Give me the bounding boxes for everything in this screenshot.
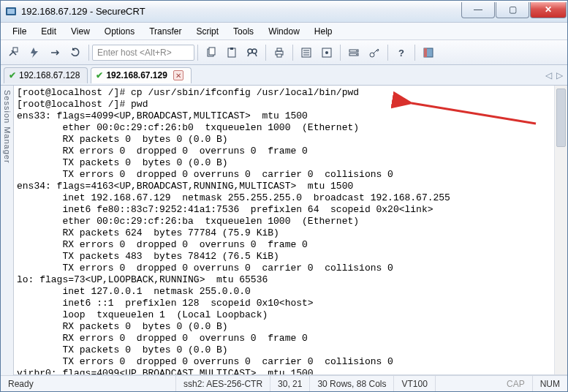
host-placeholder: Enter host <Alt+R> [97,48,172,58]
minimize-button[interactable]: — [461,2,495,18]
terminal-line: inet 192.168.67.129 netmask 255.255.255.… [17,192,564,204]
menu-help[interactable]: Help [307,25,340,38]
terminal-line: inet6 ::1 prefixlen 128 scopeid 0x10<hos… [17,298,564,309]
sftp-icon[interactable] [345,44,363,61]
menu-view[interactable]: View [64,25,97,38]
annotation-arrow [363,88,539,145]
terminal-line: TX errors 0 dropped 0 overruns 0 carrier… [17,263,564,274]
svg-rect-13 [277,54,281,57]
connect-icon[interactable] [5,44,23,61]
menu-edit[interactable]: Edit [34,25,64,38]
status-cipher: ssh2: AES-256-CTR [176,376,270,391]
menu-window[interactable]: Window [261,25,307,38]
paste-icon[interactable] [223,44,241,61]
svg-rect-12 [277,48,281,51]
quick-connect-icon[interactable] [26,44,43,61]
status-size: 30 Rows, 88 Cols [310,376,394,391]
svg-line-9 [248,53,249,56]
properties-icon[interactable] [298,44,315,61]
close-button[interactable]: ✕ [530,2,567,18]
svg-rect-6 [230,48,233,50]
terminal-line: virbr0: flags=4099<UP,BROADCAST,MULTICAS… [17,368,564,375]
terminal-line: loop txqueuelen 1 (Local Loopback) [17,309,564,321]
tab-label: 192.168.67.128 [19,70,80,80]
terminal-line: lo: flags=73<UP,LOOPBACK,RUNNING> mtu 65… [17,274,564,286]
host-input[interactable]: Enter host <Alt+R> [92,45,194,61]
terminal-line: TX packets 0 bytes 0 (0.0 B) [17,157,564,169]
menu-tools[interactable]: Tools [226,25,261,38]
tab-session-1[interactable]: ✔ 192.168.67.129 ✕ [91,67,191,83]
svg-point-8 [252,49,257,53]
session-options-icon[interactable] [318,44,336,61]
menu-options[interactable]: Options [97,25,142,38]
copy-icon[interactable] [202,44,220,61]
connect-bar-icon[interactable] [46,44,64,61]
status-cap: CAP [499,376,533,391]
status-cursor: 30, 21 [270,376,310,391]
svg-line-10 [255,53,257,56]
keymap-icon[interactable] [366,44,383,61]
terminal-line: inet6 fe80::83c7:9252:41a1:7536 prefixle… [17,204,564,216]
svg-rect-27 [424,48,427,57]
svg-point-22 [356,50,357,51]
svg-rect-4 [209,48,215,55]
window-title: 192.168.67.129 - SecureCRT [21,6,461,17]
status-term: VT100 [394,376,435,391]
menu-script[interactable]: Script [189,25,226,38]
find-icon[interactable] [243,44,261,61]
menu-file[interactable]: File [5,25,34,38]
tab-scroll-left-icon[interactable]: ◁ [545,70,552,80]
reconnect-icon[interactable] [67,44,84,61]
check-icon: ✔ [9,70,16,80]
check-icon: ✔ [96,70,103,80]
tab-label: 192.168.67.129 [106,70,167,80]
print-icon[interactable] [270,44,288,61]
tab-scroll-right-icon[interactable]: ▷ [556,70,563,80]
toolbar: Enter host <Alt+R> ? [1,40,567,65]
scrollbar-thumb[interactable] [556,88,566,147]
terminal-line: TX packets 0 bytes 0 (0.0 B) [17,344,564,356]
terminal-line: TX errors 0 dropped 0 overruns 0 carrier… [17,356,564,368]
app-icon [5,6,17,18]
svg-text:?: ? [398,48,404,59]
vertical-scrollbar[interactable] [554,86,567,374]
maximize-button[interactable]: ▢ [496,2,529,18]
tab-close-icon[interactable]: ✕ [173,70,183,80]
terminal-line: RX packets 0 bytes 0 (0.0 B) [17,321,564,333]
status-ready: Ready [1,376,176,391]
tab-bar: ✔ 192.168.67.128 ✔ 192.168.67.129 ✕ ◁ ▷ [1,65,567,86]
terminal-line: TX packets 483 bytes 78412 (76.5 KiB) [17,251,564,263]
terminal-line: ether 00:0c:29:cf:26:ba txqueuelen 1000 … [17,216,564,227]
terminal-line: TX errors 0 dropped 0 overruns 0 carrier… [17,169,564,181]
terminal-line: RX packets 624 bytes 77784 (75.9 KiB) [17,227,564,239]
svg-rect-2 [13,48,18,52]
toggle-pane-icon[interactable] [420,44,437,61]
terminal-output[interactable]: [root@localhost /]# cp /usr/sbin/ifconfi… [14,86,567,375]
status-bar: Ready ssh2: AES-256-CTR 30, 21 30 Rows, … [1,375,567,391]
help-icon[interactable]: ? [393,44,410,61]
tab-session-0[interactable]: ✔ 192.168.67.128 [4,67,88,83]
terminal-line: RX errors 0 dropped 0 overruns 0 frame 0 [17,146,564,157]
svg-rect-1 [7,9,15,14]
terminal-line: ens34: flags=4163<UP,BROADCAST,RUNNING,M… [17,181,564,192]
svg-point-19 [325,51,328,54]
terminal-line: inet 127.0.0.1 netmask 255.0.0.0 [17,286,564,298]
svg-line-28 [412,103,536,124]
session-manager-label: Session Manager [3,90,12,164]
svg-point-7 [248,49,252,53]
menu-transfer[interactable]: Transfer [142,25,189,38]
svg-point-23 [356,53,357,55]
status-num: NUM [533,376,567,391]
terminal-line: RX errors 0 dropped 0 overruns 0 frame 0 [17,239,564,251]
terminal-line: RX errors 0 dropped 0 overruns 0 frame 0 [17,333,564,344]
session-manager-sidebar[interactable]: Session Manager [1,86,14,375]
menu-bar: File Edit View Options Transfer Script T… [1,23,567,40]
title-bar: 192.168.67.129 - SecureCRT — ▢ ✕ [1,1,567,23]
